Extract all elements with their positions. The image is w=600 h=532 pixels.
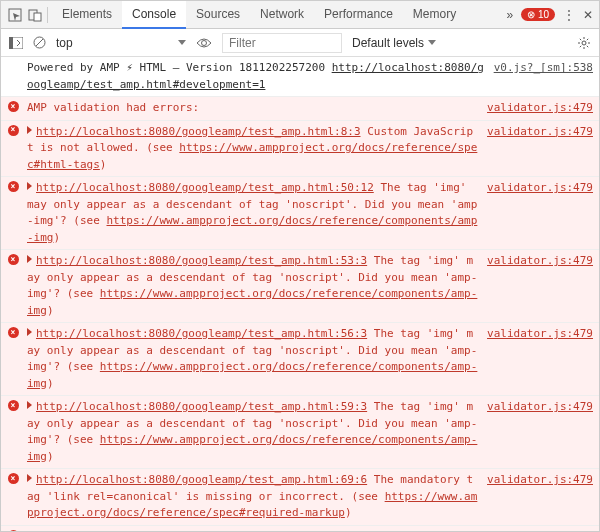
entry-gutter: × xyxy=(5,100,21,117)
context-label: top xyxy=(56,36,73,50)
entry-source-link[interactable]: validator.js:479 xyxy=(487,180,593,246)
expand-caret-icon[interactable] xyxy=(27,182,32,190)
gear-icon[interactable] xyxy=(577,36,591,50)
entry-gutter: × xyxy=(5,326,21,392)
svg-point-7 xyxy=(202,40,207,45)
log-entry: Powered by AMP ⚡ HTML – Version 18112022… xyxy=(1,57,599,97)
entry-source-link[interactable]: validator.js:479 xyxy=(487,326,593,392)
entry-source-link[interactable]: validator.js:479 xyxy=(487,529,593,532)
error-icon: × xyxy=(8,473,19,484)
expand-caret-icon[interactable] xyxy=(27,328,32,336)
error-icon: × xyxy=(8,125,19,136)
error-icon: × xyxy=(8,400,19,411)
entry-message: Powered by AMP ⚡ HTML – Version 18112022… xyxy=(27,60,486,93)
entry-message: AMP validation had errors: xyxy=(27,100,479,117)
svg-rect-4 xyxy=(9,37,13,49)
divider xyxy=(47,7,48,23)
log-entry: ×http://localhost:8080/googleamp/test_am… xyxy=(1,250,599,323)
entry-gutter: × xyxy=(5,472,21,522)
log-entry: ×http://localhost:8080/googleamp/test_am… xyxy=(1,526,599,532)
expand-caret-icon[interactable] xyxy=(27,401,32,409)
entry-source-link[interactable]: validator.js:479 xyxy=(487,399,593,465)
device-toggle-icon[interactable] xyxy=(27,7,43,23)
error-location-link[interactable]: http://localhost:8080/googleamp/test_amp… xyxy=(36,400,367,413)
error-location-link[interactable]: http://localhost:8080/googleamp/test_amp… xyxy=(36,473,367,486)
tab-elements[interactable]: Elements xyxy=(52,1,122,29)
log-entry: ×http://localhost:8080/googleamp/test_am… xyxy=(1,121,599,178)
error-count: 10 xyxy=(538,9,549,20)
tab-console[interactable]: Console xyxy=(122,1,186,29)
entry-gutter xyxy=(5,60,21,93)
error-icon: ⊗ xyxy=(527,9,535,20)
error-location-link[interactable]: http://localhost:8080/googleamp/test_amp… xyxy=(36,125,361,138)
inspect-icon[interactable] xyxy=(7,7,23,23)
console-toolbar: top Default levels xyxy=(1,29,599,57)
error-icon: × xyxy=(8,530,19,532)
log-entry: ×http://localhost:8080/googleamp/test_am… xyxy=(1,323,599,396)
expand-caret-icon[interactable] xyxy=(27,531,32,532)
entry-gutter: × xyxy=(5,399,21,465)
entry-gutter: × xyxy=(5,124,21,174)
log-level-label: Default levels xyxy=(352,36,424,50)
error-icon: × xyxy=(8,327,19,338)
error-icon: × xyxy=(8,254,19,265)
entry-message: http://localhost:8080/googleamp/test_amp… xyxy=(27,399,479,465)
log-level-selector[interactable]: Default levels xyxy=(352,36,436,50)
error-location-link[interactable]: http://localhost:8080/googleamp/test_amp… xyxy=(36,254,367,267)
error-location-link[interactable]: http://localhost:8080/googleamp/test_amp… xyxy=(36,530,367,532)
log-entry: ×AMP validation had errors:validator.js:… xyxy=(1,97,599,121)
entry-message: http://localhost:8080/googleamp/test_amp… xyxy=(27,472,479,522)
entry-message: http://localhost:8080/googleamp/test_amp… xyxy=(27,529,479,532)
devtools-tabs: ElementsConsoleSourcesNetworkPerformance… xyxy=(1,1,599,29)
entry-source-link[interactable]: validator.js:479 xyxy=(487,253,593,319)
entry-gutter: × xyxy=(5,529,21,532)
kebab-menu-icon[interactable]: ⋮ xyxy=(563,8,575,22)
chevron-down-icon xyxy=(428,40,436,45)
entry-message: http://localhost:8080/googleamp/test_amp… xyxy=(27,124,479,174)
tab-network[interactable]: Network xyxy=(250,1,314,29)
preamble-link[interactable]: http://localhost:8080/googleamp/test_amp… xyxy=(27,61,484,91)
entry-gutter: × xyxy=(5,253,21,319)
close-icon[interactable]: ✕ xyxy=(583,8,593,22)
entry-gutter: × xyxy=(5,180,21,246)
entry-source-link[interactable]: validator.js:479 xyxy=(487,124,593,174)
tab-memory[interactable]: Memory xyxy=(403,1,466,29)
svg-rect-2 xyxy=(34,13,41,21)
expand-caret-icon[interactable] xyxy=(27,255,32,263)
tabs-overflow[interactable]: » xyxy=(506,8,513,22)
entry-message: http://localhost:8080/googleamp/test_amp… xyxy=(27,180,479,246)
svg-point-8 xyxy=(582,41,586,45)
error-location-link[interactable]: http://localhost:8080/googleamp/test_amp… xyxy=(36,181,374,194)
context-selector[interactable]: top xyxy=(56,36,186,50)
entry-message: http://localhost:8080/googleamp/test_amp… xyxy=(27,326,479,392)
expand-caret-icon[interactable] xyxy=(27,474,32,482)
entry-source-link[interactable]: validator.js:479 xyxy=(487,100,593,117)
entry-source-link[interactable]: v0.js?_[sm]:538 xyxy=(494,60,593,93)
entry-source-link[interactable]: validator.js:479 xyxy=(487,472,593,522)
tab-sources[interactable]: Sources xyxy=(186,1,250,29)
log-entry: ×http://localhost:8080/googleamp/test_am… xyxy=(1,177,599,250)
sidebar-toggle-icon[interactable] xyxy=(9,37,23,49)
chevron-down-icon xyxy=(178,40,186,45)
error-location-link[interactable]: http://localhost:8080/googleamp/test_amp… xyxy=(36,327,367,340)
log-entry: ×http://localhost:8080/googleamp/test_am… xyxy=(1,396,599,469)
error-icon: × xyxy=(8,181,19,192)
eye-icon[interactable] xyxy=(196,37,212,49)
tab-performance[interactable]: Performance xyxy=(314,1,403,29)
expand-caret-icon[interactable] xyxy=(27,126,32,134)
console-log[interactable]: Powered by AMP ⚡ HTML – Version 18112022… xyxy=(1,57,599,531)
filter-input[interactable] xyxy=(222,33,342,53)
log-entry: ×http://localhost:8080/googleamp/test_am… xyxy=(1,469,599,526)
error-count-badge[interactable]: ⊗ 10 xyxy=(521,8,555,21)
error-icon: × xyxy=(8,101,19,112)
entry-message: http://localhost:8080/googleamp/test_amp… xyxy=(27,253,479,319)
svg-line-6 xyxy=(36,39,43,46)
clear-console-icon[interactable] xyxy=(33,36,46,49)
